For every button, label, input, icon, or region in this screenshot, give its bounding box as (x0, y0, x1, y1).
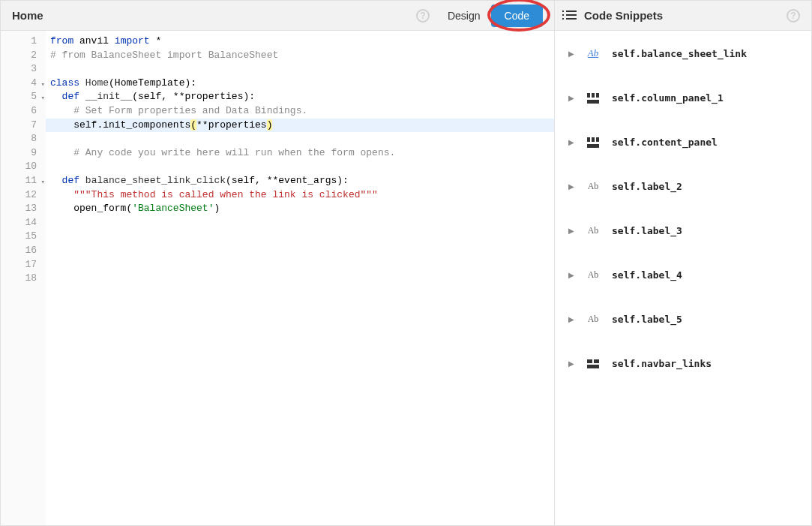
snippet-item[interactable]: ▶Abself.label_5 (555, 297, 811, 341)
header-right: ? Design Code (416, 4, 543, 28)
code-line[interactable]: open_form('BalanceSheet') (46, 202, 554, 216)
code-line[interactable]: from anvil import * (46, 35, 554, 49)
line-number: 12 (1, 188, 46, 203)
line-number: 5 (1, 90, 46, 104)
line-number: 9 (1, 146, 46, 161)
page-title: Home (12, 9, 43, 22)
code-line[interactable]: def balance_sheet_link_click(self, **eve… (46, 174, 554, 188)
snippets-header: Code Snippets ? (555, 1, 811, 31)
code-line[interactable] (46, 62, 554, 77)
code-line[interactable]: # from BalanceSheet import BalanceSheet (46, 49, 554, 63)
snippet-label: self.column_panel_1 (612, 92, 724, 104)
snippet-label: self.label_2 (612, 181, 682, 192)
chevron-right-icon[interactable]: ▶ (568, 315, 574, 323)
snippet-item[interactable]: ▶Abself.label_2 (555, 164, 811, 209)
line-number: 6 (1, 104, 46, 119)
code-line[interactable]: class Home(HomeTemplate): (46, 77, 554, 91)
tab-code[interactable]: Code (491, 5, 543, 27)
snippet-label: self.label_3 (612, 225, 682, 236)
snippet-label: self.label_4 (612, 269, 682, 281)
list-icon (566, 11, 578, 21)
chevron-right-icon[interactable]: ▶ (568, 50, 574, 58)
snippet-item[interactable]: ▶self.column_panel_1 (555, 76, 811, 120)
snippet-item[interactable]: ▶Abself.label_3 (555, 209, 811, 253)
snippets-pane: Code Snippets ? ▶Abself.balance_sheet_li… (555, 0, 812, 526)
editor-header: Home ? Design Code (1, 1, 554, 31)
chevron-right-icon[interactable]: ▶ (568, 182, 574, 191)
line-number: 7 (1, 119, 46, 133)
main-container: Home ? Design Code 123456789101112131415… (0, 0, 812, 526)
code-line[interactable] (46, 230, 554, 244)
label-icon: Ab (588, 269, 599, 281)
navbar-icon (587, 359, 599, 368)
code-line[interactable] (46, 216, 554, 230)
snippets-title-text: Code Snippets (584, 9, 663, 22)
line-number: 10 (1, 160, 46, 174)
line-number: 2 (1, 49, 46, 63)
link-icon: Ab (588, 47, 598, 59)
line-number: 3 (1, 62, 46, 77)
chevron-right-icon[interactable]: ▶ (568, 359, 574, 368)
line-gutter: 123456789101112131415161718 (1, 31, 46, 525)
label-icon: Ab (588, 181, 599, 192)
code-line[interactable] (46, 244, 554, 258)
help-icon[interactable]: ? (787, 9, 800, 23)
snippet-item[interactable]: ▶Abself.label_4 (555, 253, 811, 297)
panel-icon (587, 137, 599, 148)
line-number: 13 (1, 202, 46, 216)
snippet-item[interactable]: ▶self.navbar_links (555, 341, 811, 386)
line-number: 18 (1, 272, 46, 286)
code-body[interactable]: from anvil import *# from BalanceSheet i… (46, 31, 554, 525)
code-line[interactable]: # Any code you write here will run when … (46, 146, 554, 161)
code-line[interactable] (46, 272, 554, 286)
line-number: 17 (1, 258, 46, 272)
snippet-label: self.balance_sheet_link (612, 48, 747, 59)
code-line[interactable] (46, 258, 554, 272)
label-icon: Ab (588, 225, 599, 236)
snippets-title: Code Snippets (566, 9, 663, 22)
help-icon[interactable]: ? (416, 9, 430, 23)
chevron-right-icon[interactable]: ▶ (568, 94, 574, 102)
snippet-label: self.navbar_links (612, 358, 712, 369)
snippets-list: ▶Abself.balance_sheet_link▶self.column_p… (555, 31, 811, 409)
line-number: 15 (1, 230, 46, 244)
code-editor[interactable]: 123456789101112131415161718 from anvil i… (1, 31, 554, 525)
code-line[interactable]: def __init__(self, **properties): (46, 90, 554, 104)
snippet-item[interactable]: ▶Abself.balance_sheet_link (555, 31, 811, 76)
snippet-item[interactable]: ▶self.content_panel (555, 120, 811, 164)
editor-pane: Home ? Design Code 123456789101112131415… (0, 0, 555, 526)
line-number: 4 (1, 77, 46, 91)
snippet-label: self.content_panel (612, 137, 718, 148)
code-line[interactable] (46, 132, 554, 146)
chevron-right-icon[interactable]: ▶ (568, 271, 574, 279)
view-tabs: Design Code (437, 4, 543, 28)
line-number: 11 (1, 174, 46, 188)
tab-design[interactable]: Design (437, 4, 491, 28)
code-line[interactable]: """This method is called when the link i… (46, 188, 554, 203)
chevron-right-icon[interactable]: ▶ (568, 227, 574, 235)
label-icon: Ab (588, 314, 599, 325)
line-number: 8 (1, 132, 46, 146)
code-line[interactable]: self.init_components(**properties) (46, 119, 554, 133)
snippet-label: self.label_5 (612, 314, 682, 325)
code-line[interactable]: # Set Form properties and Data Bindings. (46, 104, 554, 119)
code-line[interactable] (46, 160, 554, 174)
line-number: 16 (1, 244, 46, 258)
panel-icon (587, 93, 599, 104)
line-number: 14 (1, 216, 46, 230)
line-number: 1 (1, 35, 46, 49)
chevron-right-icon[interactable]: ▶ (568, 138, 574, 146)
